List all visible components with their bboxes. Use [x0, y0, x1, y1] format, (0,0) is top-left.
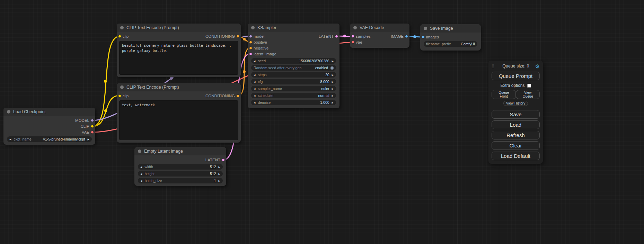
node-vae-decode[interactable]: VAE Decode samples IMAGE vae: [350, 24, 409, 48]
widget-height[interactable]: ◀ height 512 ▶: [138, 171, 223, 177]
decrement-arrow-icon[interactable]: ◀: [140, 173, 142, 175]
slot-dot-vae[interactable]: [351, 40, 354, 44]
widget-filename-prefix[interactable]: filename_prefix ComfyUI: [424, 41, 477, 47]
node-title-bar[interactable]: VAE Decode: [350, 24, 409, 32]
decrement-arrow-icon[interactable]: ◀: [140, 180, 142, 182]
input-slot-positive[interactable]: positive: [248, 39, 339, 45]
input-slot-samples[interactable]: samples: [356, 34, 371, 38]
refresh-button[interactable]: Refresh: [492, 131, 540, 139]
input-slot-vae[interactable]: vae: [350, 39, 409, 45]
next-arrow-icon[interactable]: ▶: [332, 94, 334, 97]
slot-dot-samples[interactable]: [351, 35, 354, 38]
prev-arrow-icon[interactable]: ◀: [254, 88, 255, 90]
slot-dot-clip[interactable]: [118, 35, 121, 38]
output-slot-clip[interactable]: CLIP: [3, 123, 95, 129]
slot-dot-clip[interactable]: [118, 94, 121, 97]
prev-arrow-icon[interactable]: ◀: [254, 94, 255, 97]
widget-seed[interactable]: ◀ seed 156680208700286 ▶: [251, 58, 336, 64]
increment-arrow-icon[interactable]: ▶: [219, 180, 220, 182]
slot-dot-image[interactable]: [405, 35, 408, 38]
output-slot-conditioning[interactable]: CONDITIONING: [205, 34, 235, 38]
widget-scheduler[interactable]: ◀ scheduler normal ▶: [251, 93, 336, 98]
input-slot-images[interactable]: images: [420, 34, 481, 40]
load-button[interactable]: Load: [492, 120, 540, 129]
load-default-button[interactable]: Load Default: [492, 152, 540, 160]
next-arrow-icon[interactable]: ▶: [88, 138, 89, 141]
increment-arrow-icon[interactable]: ▶: [219, 166, 220, 168]
slot-dot-latent[interactable]: [222, 158, 225, 161]
view-history-button[interactable]: View History: [503, 101, 528, 106]
widget-ckpt-name[interactable]: ◀ ckpt_name v1-5-pruned-emaonly.ckpt ▶: [7, 136, 92, 142]
settings-gear-icon[interactable]: ⚙: [535, 64, 540, 69]
widget-denoise[interactable]: ◀ denoise 1.000 ▶: [251, 100, 336, 105]
decrement-arrow-icon[interactable]: ◀: [254, 60, 255, 62]
increment-arrow-icon[interactable]: ▶: [332, 60, 334, 62]
output-slot-model[interactable]: MODEL: [3, 117, 95, 123]
output-slot-image[interactable]: IMAGE: [391, 34, 404, 38]
slot-dot-images[interactable]: [422, 35, 425, 38]
node-ksampler[interactable]: KSampler model LATENT positive negative …: [248, 24, 339, 108]
slot-dot-model[interactable]: [249, 35, 252, 38]
increment-arrow-icon[interactable]: ▶: [332, 74, 334, 76]
node-title-bar[interactable]: Empty Latent Image: [134, 147, 226, 155]
decrement-arrow-icon[interactable]: ◀: [254, 101, 255, 104]
collapse-dot-icon[interactable]: [353, 26, 357, 29]
toggle-dot-icon[interactable]: [330, 66, 334, 70]
extra-options-checkbox[interactable]: [527, 84, 531, 88]
slot-dot-model[interactable]: [91, 119, 94, 122]
input-slot-latent-image[interactable]: latent_image: [248, 51, 339, 57]
widget-random-seed-toggle[interactable]: Random seed after every gen enabled: [251, 65, 336, 71]
widget-batch-size[interactable]: ◀ batch_size 1 ▶: [138, 178, 223, 183]
collapse-dot-icon[interactable]: [7, 110, 10, 114]
decrement-arrow-icon[interactable]: ◀: [254, 81, 255, 83]
node-title-bar[interactable]: Load Checkpoint: [3, 108, 95, 116]
slot-dot-conditioning[interactable]: [236, 94, 239, 97]
slot-dot-latent[interactable]: [335, 35, 338, 38]
slot-dot-latent-image[interactable]: [249, 52, 252, 55]
node-title-bar[interactable]: Save Image: [420, 24, 481, 33]
collapse-dot-icon[interactable]: [120, 26, 124, 29]
slot-dot-positive[interactable]: [249, 40, 252, 44]
node-clip-text-encode-negative[interactable]: CLIP Text Encode (Prompt) clip CONDITION…: [117, 83, 241, 143]
save-button[interactable]: Save: [492, 110, 540, 119]
collapse-dot-icon[interactable]: [251, 26, 255, 29]
positive-prompt-textarea[interactable]: beautiful scenery nature glass bottle la…: [119, 41, 238, 75]
node-save-image[interactable]: Save Image images filename_prefix ComfyU…: [420, 24, 481, 51]
increment-arrow-icon[interactable]: ▶: [219, 173, 220, 175]
queue-prompt-button[interactable]: Queue Prompt: [492, 72, 540, 80]
collapse-dot-icon[interactable]: [120, 85, 124, 89]
queue-front-button[interactable]: Queue Front: [492, 90, 516, 99]
widget-steps[interactable]: ◀ steps 20 ▶: [251, 72, 336, 78]
slot-dot-vae[interactable]: [91, 130, 94, 134]
widget-cfg[interactable]: ◀ cfg 8.000 ▶: [251, 79, 336, 84]
collapse-dot-icon[interactable]: [138, 150, 141, 153]
widget-width[interactable]: ◀ width 512 ▶: [138, 164, 223, 170]
slot-dot-conditioning[interactable]: [236, 35, 239, 38]
collapse-dot-icon[interactable]: [424, 27, 427, 30]
prev-arrow-icon[interactable]: ◀: [9, 138, 11, 141]
negative-prompt-textarea[interactable]: text, watermark: [119, 100, 238, 140]
input-slot-negative[interactable]: negative: [248, 45, 339, 51]
increment-arrow-icon[interactable]: ▶: [332, 101, 334, 104]
output-slot-latent[interactable]: LATENT: [134, 157, 226, 163]
view-queue-button[interactable]: View Queue: [516, 90, 540, 99]
output-slot-latent[interactable]: LATENT: [319, 34, 334, 38]
drag-handle-icon[interactable]: ⣿: [492, 64, 494, 69]
slot-dot-negative[interactable]: [249, 46, 252, 49]
node-title-bar[interactable]: CLIP Text Encode (Prompt): [117, 83, 241, 91]
node-title-bar[interactable]: KSampler: [248, 24, 339, 32]
input-slot-clip[interactable]: clip: [123, 34, 129, 38]
decrement-arrow-icon[interactable]: ◀: [254, 74, 255, 76]
input-slot-clip[interactable]: clip: [123, 94, 129, 98]
input-slot-model[interactable]: model: [254, 34, 264, 38]
decrement-arrow-icon[interactable]: ◀: [140, 166, 142, 168]
next-arrow-icon[interactable]: ▶: [332, 88, 334, 90]
clear-button[interactable]: Clear: [492, 141, 540, 150]
output-slot-vae[interactable]: VAE: [3, 129, 95, 135]
node-title-bar[interactable]: CLIP Text Encode (Prompt): [117, 24, 241, 32]
node-empty-latent-image[interactable]: Empty Latent Image LATENT ◀ width 512 ▶ …: [134, 147, 226, 186]
node-load-checkpoint[interactable]: Load Checkpoint MODEL CLIP VAE ◀ ckpt_na…: [3, 108, 95, 145]
output-slot-conditioning[interactable]: CONDITIONING: [205, 94, 235, 98]
slot-dot-clip[interactable]: [91, 125, 94, 128]
node-clip-text-encode-positive[interactable]: CLIP Text Encode (Prompt) clip CONDITION…: [117, 24, 241, 77]
